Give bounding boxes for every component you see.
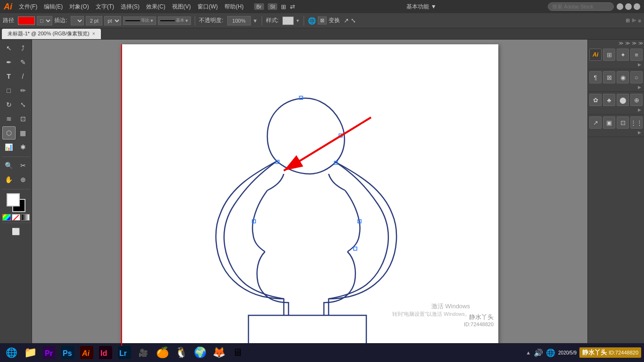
minimize-button[interactable]	[617, 3, 623, 10]
taskbar-lightroom-btn[interactable]: Lr	[116, 344, 133, 361]
canvas[interactable]: 激活 Windows 转到"电脑设置"以激活 Windows。 静水丫头 ID:…	[121, 44, 498, 346]
menu-help[interactable]: 帮助(H)	[222, 2, 247, 12]
arrow-btn[interactable]: ↗	[589, 116, 602, 129]
eyedropper-tool[interactable]: 🔍	[2, 159, 16, 172]
select-tool[interactable]: ↖	[2, 41, 16, 55]
grid2-btn[interactable]: ⊡	[617, 116, 629, 129]
type-tool[interactable]: T	[2, 70, 16, 83]
menu-panel-btn[interactable]: ≡	[630, 49, 643, 61]
shape-builder-tool active[interactable]: ⬡	[2, 126, 16, 140]
symbol-tool[interactable]: ✱	[17, 140, 30, 154]
anchor-add-tool[interactable]: ✎	[17, 56, 30, 69]
align-right-icon[interactable]: ⊫	[632, 17, 636, 24]
tray-up-arrow[interactable]: ▲	[526, 350, 531, 355]
stroke-width-unit[interactable]: pt	[104, 16, 121, 25]
grid-panel-btn[interactable]: ⊞	[603, 49, 615, 61]
shape-selector[interactable]: □○	[37, 16, 52, 25]
taskbar-chrome-btn[interactable]: 🌍	[191, 344, 208, 361]
panel-expand-icon2[interactable]: ≫	[625, 41, 630, 46]
tray-network-icon[interactable]: 🌐	[546, 348, 555, 357]
menu-lines-icon[interactable]: ≡	[638, 18, 641, 24]
panel-expand-icon3[interactable]: ≫	[632, 41, 636, 46]
flower-btn[interactable]: ✿	[589, 94, 602, 106]
rect-tool[interactable]: □	[2, 84, 16, 97]
menu-text[interactable]: 文字(T)	[93, 2, 117, 12]
reflect-tool[interactable]: ⤡	[17, 98, 30, 111]
taskbar-firefox-btn[interactable]: 🦊	[210, 344, 227, 361]
section3-expand[interactable]: ▶	[638, 107, 643, 112]
menu-object[interactable]: 对象(O)	[66, 2, 91, 12]
style-swatch[interactable]	[282, 16, 294, 25]
document-tab[interactable]: 未标题-1* @ 200% (RGB/像素预览) ×	[2, 29, 101, 39]
none-mode-btn[interactable]	[12, 214, 20, 221]
taskbar-illustrator-btn[interactable]: Ai	[78, 344, 95, 361]
perspective-tool[interactable]: ▦	[17, 126, 30, 140]
circle-btn[interactable]: ○	[630, 71, 643, 83]
taskbar-penguin-btn[interactable]: 🐧	[173, 344, 190, 361]
maximize-button[interactable]	[625, 3, 632, 10]
taskbar-photoshop-btn[interactable]: Ps	[59, 344, 76, 361]
fill-swatch[interactable]	[7, 193, 20, 206]
distort-icon[interactable]: ⤡	[351, 17, 356, 24]
crosshair-btn[interactable]: ⊕	[630, 94, 643, 106]
close-button[interactable]	[634, 3, 640, 10]
section2-expand[interactable]: ▶	[638, 85, 643, 90]
zoom-tool[interactable]: ⊕	[17, 173, 30, 186]
menu-window[interactable]: 窗口(W)	[195, 2, 221, 12]
color-mode-btn[interactable]	[2, 214, 11, 221]
stock-btn[interactable]: St	[268, 3, 277, 10]
paragraph-panel-btn[interactable]: ¶	[589, 71, 602, 83]
transform-icon[interactable]: ↗	[344, 17, 349, 24]
taskbar-mediaencoder-btn[interactable]: 🎥	[135, 344, 152, 361]
chart-tool[interactable]: 📊	[2, 140, 16, 154]
taskbar-browser-btn[interactable]: 🌐	[3, 344, 20, 361]
tab-close-button[interactable]: ×	[92, 31, 95, 36]
menu-file[interactable]: 文件(F)	[16, 2, 40, 12]
anchor-toggle[interactable]: ⊠	[318, 16, 327, 25]
direct-select-tool[interactable]: ⤴	[17, 41, 30, 55]
slice-tool[interactable]: ✂	[17, 159, 30, 172]
taskbar-filemanager-btn[interactable]: 📁	[22, 344, 39, 361]
stroke-profile-selector[interactable]: 等比 ▼	[123, 16, 156, 25]
photoshop-icon: Ps	[61, 346, 74, 359]
pen-tool[interactable]: ✒	[2, 56, 16, 69]
panel-expand-icon4[interactable]: ≫	[638, 41, 643, 46]
ai-panel-btn[interactable]: Ai	[589, 49, 602, 61]
taskbar-premiere-btn[interactable]: Pr	[41, 344, 58, 361]
club-btn[interactable]: ♣	[603, 94, 615, 106]
stroke-type-select[interactable]: ⇕	[71, 16, 84, 25]
bridge-btn[interactable]: Br	[254, 3, 264, 10]
sparkle-panel-btn[interactable]: ✦	[617, 49, 629, 61]
stroke-color-swatch[interactable]	[18, 16, 35, 25]
globe-icon[interactable]: 🌐	[308, 17, 316, 25]
menu-edit[interactable]: 编辑(E)	[41, 2, 66, 12]
search-input[interactable]	[548, 2, 614, 11]
menu-effect[interactable]: 效果(C)	[143, 2, 168, 12]
taskbar-computer-btn[interactable]: 🖥	[229, 344, 246, 361]
tray-speaker-icon[interactable]: 🔊	[534, 348, 543, 357]
sun-btn[interactable]: ◉	[617, 71, 629, 83]
pencil-tool[interactable]: ✏	[17, 84, 30, 97]
section4-expand[interactable]: ▶	[638, 130, 643, 135]
panel-expand-icon[interactable]: ≫	[619, 41, 623, 46]
gradient-mode-btn[interactable]	[21, 214, 30, 221]
warp-tool[interactable]: ≋	[2, 112, 16, 125]
free-distort-tool[interactable]: ⊡	[17, 112, 30, 125]
artboard-tool[interactable]: ⬜	[2, 225, 30, 238]
hand-tool[interactable]: ✋	[2, 173, 16, 186]
grid-view-icon[interactable]: ⊞	[626, 17, 630, 24]
dots-btn[interactable]: ⋮⋮	[630, 116, 643, 129]
stroke-width-input[interactable]: 2 pt	[86, 16, 102, 25]
taskbar-indesign-btn[interactable]: Id	[97, 344, 114, 361]
opacity-input[interactable]	[227, 16, 251, 25]
taskbar-orange-btn[interactable]: 🍊	[154, 344, 171, 361]
square-grid-btn[interactable]: ⊠	[603, 71, 615, 83]
stroke-base-selector[interactable]: 基本 ▼	[158, 16, 191, 25]
rotate-tool[interactable]: ↻	[2, 98, 16, 111]
line-tool[interactable]: /	[17, 70, 30, 83]
menu-select[interactable]: 选择(S)	[118, 2, 142, 12]
paint-btn[interactable]: ⬤	[617, 94, 629, 106]
section1-expand[interactable]: ▶	[638, 62, 643, 67]
box-btn[interactable]: ▣	[603, 116, 615, 129]
menu-view[interactable]: 视图(V)	[169, 2, 194, 12]
